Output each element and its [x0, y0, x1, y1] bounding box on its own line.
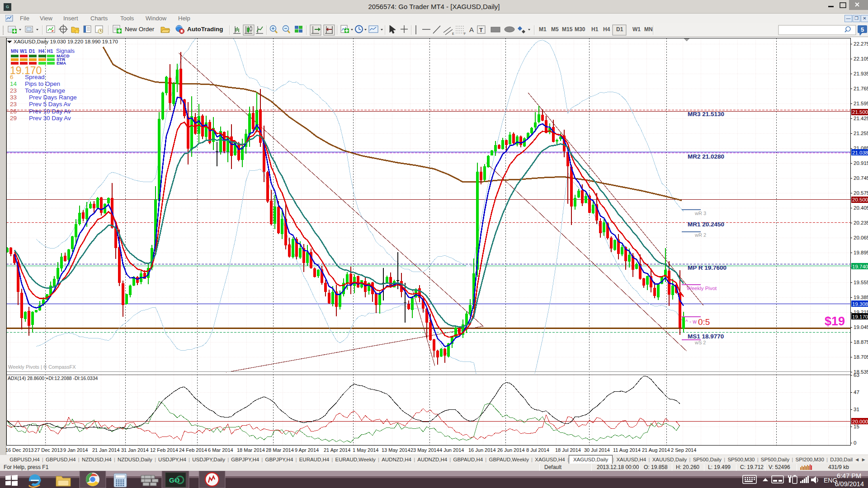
svg-text:20.405: 20.405 — [854, 205, 868, 211]
svg-text:20.065: 20.065 — [854, 235, 868, 240]
svg-text:AutoTrading: AutoTrading — [187, 26, 223, 33]
svg-text:21.500: 21.500 — [852, 109, 868, 115]
svg-text:8 Jul 2014: 8 Jul 2014 — [526, 447, 549, 453]
svg-text:18.875: 18.875 — [854, 339, 868, 345]
svg-text:23: 23 — [10, 101, 17, 108]
svg-text:MN: MN — [644, 26, 653, 33]
svg-text:MS1 18.9770: MS1 18.9770 — [688, 333, 724, 340]
svg-text:A: A — [469, 26, 474, 33]
svg-text:21.425: 21.425 — [854, 116, 868, 121]
svg-text:20.500: 20.500 — [852, 197, 868, 202]
svg-text:16 Dec 2013: 16 Dec 2013 — [5, 447, 33, 453]
svg-text:27 Dec 2013: 27 Dec 2013 — [34, 447, 62, 453]
svg-text:23: 23 — [10, 87, 17, 94]
svg-text:$19: $19 — [825, 314, 845, 328]
svg-text:MR1 20.2450: MR1 20.2450 — [688, 221, 724, 228]
svg-text:47: 47 — [854, 389, 859, 395]
svg-text:26: 26 — [10, 108, 17, 115]
svg-text:19.385: 19.385 — [854, 295, 868, 300]
svg-text:21.595: 21.595 — [854, 101, 868, 106]
svg-text:29: 29 — [10, 115, 17, 122]
svg-text:wR 2: wR 2 — [694, 232, 706, 238]
svg-text:H1: H1 — [47, 48, 53, 54]
svg-text:18 Mar 2014: 18 Mar 2014 — [237, 447, 265, 453]
svg-text:19.170: 19.170 — [852, 314, 868, 319]
svg-text:6: 6 — [10, 74, 14, 80]
svg-text:wS 2: wS 2 — [694, 340, 706, 345]
svg-text:H1: H1 — [591, 26, 599, 33]
svg-text:Spread: Spread — [25, 74, 45, 80]
svg-text:XAGUSD,Daily 19.030 19.220 18: XAGUSD,Daily 19.030 19.220 18.990 19.170 — [14, 39, 118, 44]
svg-text:30 Jul 2014: 30 Jul 2014 — [584, 447, 610, 453]
svg-text:21 Aug 2014: 21 Aug 2014 — [642, 447, 670, 453]
svg-text:31 Jan 2014: 31 Jan 2014 — [121, 447, 149, 453]
svg-text:Pips to Open: Pips to Open — [25, 80, 60, 87]
svg-text:Prev 30 Day Av: Prev 30 Day Av — [29, 115, 71, 122]
svg-text:2 Sep 2014: 2 Sep 2014 — [671, 447, 696, 453]
svg-text:4 Jun 2014: 4 Jun 2014 — [439, 447, 464, 453]
svg-text:6 Mar 2014: 6 Mar 2014 — [208, 447, 233, 453]
svg-text:M1: M1 — [539, 26, 547, 33]
svg-text:24 Feb 2014: 24 Feb 2014 — [179, 447, 207, 453]
svg-text:14: 14 — [10, 80, 17, 87]
svg-text:21 Jan 2014: 21 Jan 2014 — [92, 447, 120, 453]
svg-text:M5: M5 — [551, 26, 559, 33]
svg-text:H4: H4 — [38, 48, 45, 54]
svg-text:D1: D1 — [29, 48, 35, 54]
svg-text:Prev 5 Days Av: Prev 5 Days Av — [29, 101, 71, 108]
svg-text:21.038: 21.038 — [852, 150, 868, 155]
svg-text:0: 0 — [854, 440, 856, 446]
svg-text:11 Aug 2014: 11 Aug 2014 — [613, 447, 641, 453]
svg-text:20.915: 20.915 — [854, 160, 868, 166]
svg-text:5: 5 — [861, 26, 864, 33]
svg-text:19.045: 19.045 — [854, 324, 868, 330]
svg-text:Weekly Pivots | © CompassFX: Weekly Pivots | © CompassFX — [8, 364, 76, 370]
svg-text:28 Mar 2014: 28 Mar 2014 — [266, 447, 294, 453]
svg-text:6:47 PM: 6:47 PM — [837, 472, 861, 479]
svg-text:22.105: 22.105 — [854, 56, 868, 61]
svg-text:W1: W1 — [632, 26, 641, 33]
svg-text:19.895: 19.895 — [854, 250, 868, 255]
svg-text:9 Jan 2014: 9 Jan 2014 — [63, 447, 88, 453]
svg-text:Today's Range: Today's Range — [25, 87, 65, 94]
svg-text:22.275: 22.275 — [854, 41, 868, 47]
svg-text:MR2 21.0280: MR2 21.0280 — [688, 153, 724, 160]
svg-text:12 Feb 2014: 12 Feb 2014 — [150, 447, 178, 453]
svg-text:18.705: 18.705 — [854, 354, 868, 360]
svg-text:W1: W1 — [20, 48, 27, 54]
svg-text:H4: H4 — [603, 26, 610, 33]
svg-text:20.575: 20.575 — [854, 190, 868, 196]
svg-text:^ - w: ^ - w — [685, 319, 697, 325]
svg-text:13 May 2014: 13 May 2014 — [382, 447, 410, 453]
svg-text:M30: M30 — [575, 26, 585, 33]
svg-text:1 May 2014: 1 May 2014 — [353, 447, 378, 453]
svg-text:23 May 2014: 23 May 2014 — [410, 447, 439, 453]
svg-text:6/09/2014: 6/09/2014 — [835, 480, 864, 488]
svg-text:Weekly Pivot: Weekly Pivot — [687, 286, 717, 291]
svg-text:wR 3: wR 3 — [694, 211, 706, 216]
svg-text:M15: M15 — [562, 26, 573, 33]
svg-text:9 Apr 2014: 9 Apr 2014 — [295, 447, 319, 453]
svg-text:26 Jun 2014: 26 Jun 2014 — [497, 447, 525, 453]
svg-text:19.555: 19.555 — [854, 280, 868, 285]
svg-text:21.935: 21.935 — [854, 71, 868, 76]
svg-text:20.235: 20.235 — [854, 220, 868, 225]
svg-text:21.765: 21.765 — [854, 86, 868, 91]
svg-text:20.745: 20.745 — [854, 175, 868, 181]
svg-text:Prev 10 Day Av: Prev 10 Day Av — [29, 108, 71, 115]
svg-text:New Order: New Order — [125, 26, 155, 33]
svg-text:T: T — [479, 27, 483, 33]
svg-text:21 Apr 2014: 21 Apr 2014 — [324, 447, 350, 453]
svg-text:33: 33 — [10, 94, 17, 101]
svg-text:63: 63 — [854, 372, 859, 378]
svg-text:MN: MN — [11, 48, 18, 54]
svg-text:D1: D1 — [616, 26, 623, 33]
svg-text:31: 31 — [854, 407, 859, 412]
svg-text:19.740: 19.740 — [852, 264, 868, 269]
svg-text:ADX(14) 28.8600 +DI:12.2088 -D: ADX(14) 28.8600 +DI:12.2088 -DI:16.0334 — [8, 375, 98, 381]
svg-text:16 Jun 2014: 16 Jun 2014 — [468, 447, 496, 453]
svg-text:19.308: 19.308 — [852, 301, 868, 307]
svg-text:21.255: 21.255 — [854, 131, 868, 136]
svg-text:Prev Days Range: Prev Days Range — [29, 94, 77, 101]
svg-text:MR3 21.5130: MR3 21.5130 — [688, 111, 724, 117]
